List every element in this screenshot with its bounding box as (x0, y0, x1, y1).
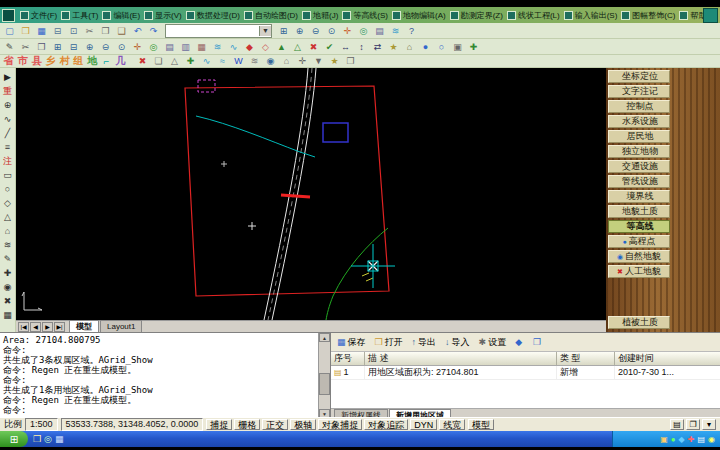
rect-icon[interactable]: ▭ (1, 168, 15, 182)
scroll-down-icon[interactable]: ▼ (319, 409, 330, 417)
export-button[interactable]: ↑ 导出 (409, 336, 440, 349)
settings-button[interactable]: ✱ 设置 (476, 336, 510, 349)
menu-item[interactable]: 勘测定界(Z) (448, 10, 505, 21)
model-space-toggle[interactable]: 模型 (468, 419, 494, 430)
corner-button[interactable]: ⌐ (100, 55, 113, 67)
last-tab-icon[interactable]: ▶| (54, 322, 65, 332)
erase-icon[interactable]: ✖ (306, 40, 321, 53)
tab-model[interactable]: 模型 (69, 320, 99, 332)
scale-value[interactable]: 1:500 (25, 418, 58, 431)
tray-menu-icon[interactable]: ▾ (702, 419, 716, 430)
parallel-icon[interactable]: ≡ (1, 140, 15, 154)
layer-combo[interactable]: ▼ (165, 24, 272, 38)
menu-item[interactable]: 地物编辑(A) (390, 10, 448, 21)
sidebar-item-control-point[interactable]: 控制点 (608, 100, 670, 113)
drawing-canvas[interactable] (16, 68, 606, 320)
symbol-icon[interactable]: ★ (386, 40, 401, 53)
wave-icon[interactable]: ≈ (215, 55, 230, 68)
zoom-out-icon[interactable]: ⊖ (308, 24, 323, 37)
copy-icon[interactable]: ❐ (34, 40, 49, 53)
open-folder-icon[interactable]: ❒ (18, 24, 33, 37)
toggle-ortho[interactable]: 正交 (262, 419, 288, 430)
swap-icon[interactable]: ⇄ (370, 40, 385, 53)
sidebar-item-water-facility[interactable]: 水系设施 (608, 115, 670, 128)
cut-icon[interactable]: ✂ (82, 24, 97, 37)
sidebar-item-vegetation-soil[interactable]: 植被土质 (608, 316, 670, 329)
spline-icon[interactable]: ∿ (226, 40, 241, 53)
toggle-polar[interactable]: 极轴 (290, 419, 316, 430)
cross-icon[interactable]: ✛ (295, 55, 310, 68)
cut-icon[interactable]: ✂ (18, 40, 33, 53)
copy-icon[interactable]: ❐ (343, 55, 358, 68)
scroll-thumb[interactable] (319, 373, 330, 395)
import-button[interactable]: ↓ 导入 (442, 336, 473, 349)
column-header[interactable]: 描 述 (365, 352, 557, 365)
menu-item[interactable]: 等高线(S) (340, 10, 390, 21)
paste-icon[interactable]: ❑ (114, 24, 129, 37)
sidebar-item-coord-locate[interactable]: 坐标定位 (608, 70, 670, 83)
quick-doc-icon[interactable]: ▦ (55, 434, 64, 444)
node-icon[interactable]: ◇ (258, 40, 273, 53)
wave-icon[interactable]: ≋ (1, 238, 15, 252)
list-button[interactable]: ❐ (530, 336, 546, 349)
sidebar-item-contour-line[interactable]: 等高线 (608, 220, 670, 233)
group-button[interactable]: 组 (72, 55, 85, 67)
save-icon[interactable]: ▦ (34, 24, 49, 37)
land-button[interactable]: 地 (86, 55, 99, 67)
first-tab-icon[interactable]: |◀ (18, 322, 29, 332)
annotate-icon[interactable]: 注 (1, 154, 15, 168)
triangle-icon[interactable]: △ (1, 210, 15, 224)
open-button[interactable]: ❒ 打开 (372, 336, 406, 349)
line-icon[interactable]: ╱ (1, 126, 15, 140)
menu-item[interactable]: 编辑(E) (100, 10, 142, 21)
sidebar-item-pipeline-facility[interactable]: 管线设施 (608, 175, 670, 188)
tray-shield-icon[interactable]: ◆ (679, 435, 685, 444)
command-scrollbar[interactable]: ▲ ▼ (318, 333, 330, 417)
new-file-icon[interactable]: ▢ (2, 24, 17, 37)
tray-volume-icon[interactable]: ▣ (660, 435, 668, 444)
toggle-lineweight[interactable]: 线宽 (439, 419, 465, 430)
menu-item[interactable]: 图幅整饰(C) (619, 10, 677, 21)
select-arrow-icon[interactable]: ▶ (1, 70, 15, 84)
command-window[interactable]: Area: 27104.800795命令:共生成了3条权属区域。AGrid_Sh… (0, 332, 330, 417)
zoom-extents-icon[interactable]: ⊙ (324, 24, 339, 37)
osnap-icon[interactable]: ⊕ (1, 98, 15, 112)
tray-clock-icon[interactable]: ◉ (708, 435, 715, 444)
ji-button[interactable]: 几 (114, 55, 127, 67)
regen-icon[interactable]: ◎ (146, 40, 161, 53)
toggle-osnap[interactable]: 对象捕捉 (318, 419, 362, 430)
menu-item[interactable]: 地籍(J) (300, 10, 340, 21)
sidebar-item-boundary-line[interactable]: 境界线 (608, 190, 670, 203)
toggle-otrack[interactable]: 对象追踪 (364, 419, 408, 430)
layers-icon[interactable]: ▤ (372, 24, 387, 37)
mark-button[interactable]: ◆ (512, 336, 527, 349)
tray-network-icon[interactable]: ● (671, 435, 676, 444)
undo-icon[interactable]: ↶ (130, 24, 145, 37)
confirm-icon[interactable]: ✔ (322, 40, 337, 53)
circle-icon[interactable]: ○ (1, 182, 15, 196)
regen-icon[interactable]: ◎ (356, 24, 371, 37)
erase-icon[interactable]: ✖ (1, 294, 15, 308)
tray-copy-icon[interactable]: ❐ (686, 419, 700, 430)
tray-msg-icon[interactable]: ▤ (697, 435, 705, 444)
triangle-net-icon[interactable]: ▲ (274, 40, 289, 53)
menu-item[interactable]: 线状工程(L) (505, 10, 562, 21)
layers-icon[interactable]: ▤ (162, 40, 177, 53)
sidebar-item-traffic-facility[interactable]: 交通设施 (608, 160, 670, 173)
column-header[interactable]: 序号 (331, 352, 365, 365)
point-icon[interactable]: ◉ (1, 280, 15, 294)
house-icon[interactable]: ⌂ (1, 224, 15, 238)
zoom-in-icon[interactable]: ⊕ (82, 40, 97, 53)
zoom-extents-icon[interactable]: ⊙ (114, 40, 129, 53)
polyline-icon[interactable]: ≋ (210, 40, 225, 53)
menu-item[interactable]: 工具(T) (59, 10, 100, 21)
menu-item[interactable]: 显示(V) (142, 10, 184, 21)
pencil-icon[interactable]: ✎ (1, 252, 15, 266)
edit-icon[interactable]: ✎ (2, 40, 17, 53)
sidebar-item-elevation-point[interactable]: ● 高程点 (608, 235, 670, 248)
regen-icon[interactable]: 重 (1, 84, 15, 98)
scale-icon[interactable]: ↕ (354, 40, 369, 53)
triangle-icon[interactable]: △ (167, 55, 182, 68)
save-button[interactable]: ▦ 保存 (334, 336, 369, 349)
preview-icon[interactable]: ⊡ (66, 24, 81, 37)
